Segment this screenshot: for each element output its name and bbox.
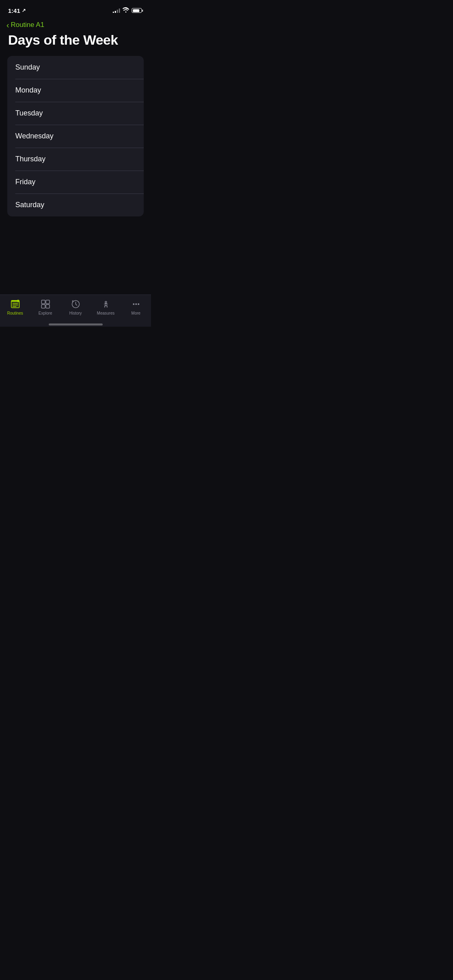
day-item-thursday[interactable]: Thursday (7, 148, 144, 171)
navigation-back[interactable]: ‹ Routine A1 (0, 18, 151, 31)
tab-history-label: History (69, 311, 82, 315)
day-item-saturday[interactable]: Saturday (7, 194, 144, 216)
tab-history[interactable]: History (60, 299, 91, 315)
explore-icon (40, 299, 51, 309)
history-icon (70, 299, 81, 309)
page-title-container: Days of the Week (0, 31, 151, 56)
back-chevron-icon: ‹ (6, 21, 9, 29)
svg-point-5 (17, 300, 19, 302)
tab-explore[interactable]: Explore (30, 299, 60, 315)
page-title: Days of the Week (8, 32, 143, 48)
svg-point-19 (133, 303, 134, 305)
day-item-monday[interactable]: Monday (7, 79, 144, 102)
content-spacer (0, 216, 151, 294)
tab-more-label: More (131, 311, 141, 315)
day-item-wednesday[interactable]: Wednesday (7, 125, 144, 148)
status-bar: 1:41 ↗ (0, 0, 151, 18)
measures-icon (101, 299, 111, 309)
svg-rect-9 (46, 305, 50, 308)
back-button[interactable]: ‹ Routine A1 (6, 21, 44, 29)
back-label: Routine A1 (11, 21, 44, 29)
home-indicator-bar (49, 323, 103, 325)
tab-measures-label: Measures (97, 311, 115, 315)
time-display: 1:41 (8, 7, 20, 14)
tab-routines[interactable]: Routines (0, 299, 30, 315)
status-time: 1:41 ↗ (8, 7, 26, 14)
day-item-tuesday[interactable]: Tuesday (7, 102, 144, 125)
days-list: SundayMondayTuesdayWednesdayThursdayFrid… (7, 56, 144, 216)
more-icon (131, 299, 141, 309)
status-icons (113, 7, 143, 14)
tab-routines-label: Routines (7, 311, 23, 315)
tab-bar: Routines Explore History (0, 294, 151, 323)
day-item-sunday[interactable]: Sunday (7, 56, 144, 79)
svg-rect-7 (46, 300, 50, 304)
svg-rect-6 (41, 300, 45, 304)
location-arrow-icon: ↗ (22, 8, 26, 13)
home-indicator (0, 323, 151, 327)
tab-measures[interactable]: Measures (91, 299, 121, 315)
tab-explore-label: Explore (39, 311, 52, 315)
signal-icon (113, 8, 120, 13)
svg-point-21 (138, 303, 139, 305)
day-item-friday[interactable]: Friday (7, 171, 144, 194)
wifi-icon (122, 7, 129, 14)
svg-point-20 (135, 303, 137, 305)
routines-icon (10, 299, 21, 309)
tab-more[interactable]: More (121, 299, 151, 315)
battery-icon (132, 8, 143, 13)
svg-rect-8 (41, 305, 45, 308)
